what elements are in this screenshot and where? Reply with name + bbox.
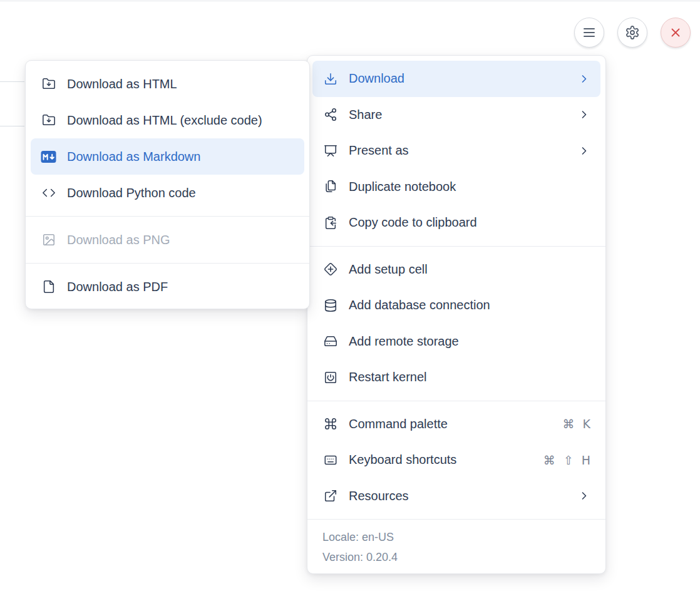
menu-separator <box>26 263 309 264</box>
chevron-right-icon <box>578 73 590 85</box>
code-icon <box>41 186 56 200</box>
external-link-icon <box>322 489 338 503</box>
notebook-menu: Download Share Present as Duplicate note… <box>307 55 606 574</box>
menu-item-download-as-html-exclude-code[interactable]: Download as HTML (exclude code) <box>31 102 304 138</box>
clipboard-copy-icon <box>322 216 338 230</box>
menu-button[interactable] <box>574 18 604 48</box>
chevron-right-icon <box>578 108 590 121</box>
background-cell-line <box>0 126 24 126</box>
menu-item-download[interactable]: Download <box>312 61 600 97</box>
image-icon <box>41 233 56 247</box>
menu-item-download-as-pdf[interactable]: Download as PDF <box>31 269 304 305</box>
menu-item-label: Command palette <box>349 417 448 431</box>
menu-item-resources[interactable]: Resources <box>312 478 600 515</box>
menu-icon <box>582 25 597 40</box>
menu-item-label: Download as PDF <box>67 280 168 294</box>
menu-item-copy-code-to-clipboard[interactable]: Copy code to clipboard <box>312 205 600 241</box>
menu-item-label: Download as Markdown <box>67 150 200 164</box>
presentation-icon <box>322 144 338 158</box>
command-icon <box>322 417 338 431</box>
chevron-right-icon <box>578 145 590 157</box>
background-cell-line <box>0 81 24 82</box>
menu-item-label: Keyboard shortcuts <box>349 453 456 467</box>
menu-item-add-setup-cell[interactable]: Add setup cell <box>312 252 600 288</box>
share-icon <box>322 108 338 121</box>
shortcut-hint: ⌘ ⇧ H <box>543 453 590 467</box>
download-icon <box>322 72 338 86</box>
menu-item-label: Download Python code <box>67 186 196 200</box>
menu-item-label: Download as HTML <box>67 77 177 91</box>
menu-item-label: Add database connection <box>349 298 490 312</box>
menu-item-duplicate-notebook[interactable]: Duplicate notebook <box>312 169 600 205</box>
menu-item-label: Present as <box>349 143 409 158</box>
menu-item-add-database-connection[interactable]: Add database connection <box>312 287 600 324</box>
menu-footer: Locale: en-US Version: 0.20.4 <box>307 520 605 573</box>
page-top-border <box>0 1 700 1</box>
database-icon <box>322 299 338 312</box>
locale-text: Locale: en-US <box>322 527 590 547</box>
menu-item-label: Resources <box>349 489 409 503</box>
gear-icon <box>625 25 640 40</box>
chevron-right-icon <box>578 490 590 502</box>
close-button[interactable] <box>661 18 691 48</box>
menu-item-restart-kernel[interactable]: Restart kernel <box>312 359 600 396</box>
folder-down-icon <box>41 77 56 91</box>
power-square-icon <box>322 371 338 384</box>
keyboard-icon <box>322 453 338 467</box>
menu-item-download-as-markdown[interactable]: Download as Markdown <box>31 138 304 175</box>
menu-item-label: Download as PNG <box>67 233 170 247</box>
files-icon <box>322 180 338 193</box>
close-icon <box>669 26 682 39</box>
menu-item-download-as-html[interactable]: Download as HTML <box>31 66 304 102</box>
download-submenu: Download as HTML Download as HTML (exclu… <box>25 60 310 309</box>
menu-item-keyboard-shortcuts[interactable]: Keyboard shortcuts ⌘ ⇧ H <box>312 442 600 478</box>
diamond-plus-icon <box>322 262 338 276</box>
menu-item-label: Duplicate notebook <box>349 180 456 194</box>
file-icon <box>41 280 56 294</box>
menu-separator <box>307 246 605 247</box>
menu-item-share[interactable]: Share <box>312 97 600 133</box>
menu-item-label: Restart kernel <box>349 370 427 384</box>
menu-item-label: Download as HTML (exclude code) <box>67 113 262 128</box>
menu-separator <box>26 216 309 217</box>
settings-button[interactable] <box>617 18 647 48</box>
menu-item-download-as-png[interactable]: Download as PNG <box>31 222 304 258</box>
menu-item-download-python-code[interactable]: Download Python code <box>31 175 304 211</box>
menu-item-add-remote-storage[interactable]: Add remote storage <box>312 324 600 360</box>
menu-item-label: Add remote storage <box>349 334 459 349</box>
menu-item-label: Copy code to clipboard <box>349 215 477 230</box>
menu-item-label: Add setup cell <box>349 262 428 277</box>
menu-separator <box>307 401 605 401</box>
menu-item-label: Share <box>349 108 382 122</box>
markdown-icon <box>41 150 56 163</box>
menu-item-label: Download <box>349 71 404 86</box>
menu-item-present-as[interactable]: Present as <box>312 133 600 169</box>
version-text: Version: 0.20.4 <box>322 547 590 567</box>
folder-down-icon <box>41 113 56 127</box>
menu-item-command-palette[interactable]: Command palette ⌘ K <box>312 406 600 443</box>
hard-drive-icon <box>322 334 338 348</box>
notebook-toolbar <box>574 18 691 48</box>
shortcut-hint: ⌘ K <box>563 417 591 431</box>
